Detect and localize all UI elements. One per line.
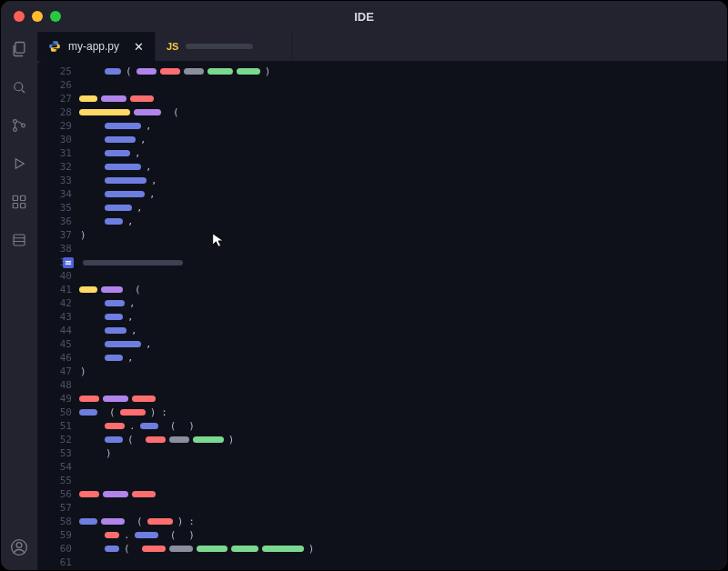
punct-token: ( [123,546,131,552]
code-line[interactable]: () [79,65,727,78]
code-line[interactable] [79,501,727,515]
punct-token: , [150,177,158,184]
punct-token: , [126,355,135,361]
line-number: 57 [37,501,72,515]
code-line[interactable]: .() [79,528,727,542]
code-token [79,286,97,293]
minimize-window-button[interactable] [32,11,43,22]
code-line[interactable] [79,255,727,269]
code-token [262,546,304,552]
code-token [132,491,156,497]
code-line[interactable]: ( [79,283,727,296]
code-line[interactable]: , [79,160,727,174]
titlebar[interactable]: IDE [1,1,727,32]
code-line[interactable]: , [79,201,727,215]
svg-rect-8 [21,204,25,208]
account-icon[interactable] [9,537,29,557]
window-title: IDE [1,10,727,24]
punct-token: ) [187,532,196,538]
code-line[interactable] [79,269,727,283]
code-line[interactable]: () [79,433,727,446]
run-debug-icon[interactable] [9,154,29,174]
code-token [140,423,158,429]
code-line[interactable] [79,242,727,255]
tab-label-placeholder [186,44,253,49]
code-line[interactable]: ) [79,228,727,242]
tab-js-file[interactable]: JS [156,32,292,61]
code-line[interactable] [79,392,727,406]
extensions-icon[interactable] [9,192,29,212]
code-line[interactable] [79,78,727,92]
code-line[interactable]: , [79,187,727,201]
code-line[interactable] [79,487,727,501]
punct-token: , [139,136,147,143]
code-line[interactable]: , [79,215,727,228]
code-line[interactable] [79,460,727,474]
code-line[interactable]: , [79,146,727,160]
code-token [207,68,233,75]
line-number: 54 [37,460,72,474]
svg-rect-9 [14,235,25,245]
line-change-badge[interactable] [63,257,74,268]
code-token [105,355,123,361]
code-line[interactable] [79,556,727,569]
maximize-window-button[interactable] [50,11,61,22]
code-token [184,68,204,75]
tab-my-app-py[interactable]: my-app.py ✕ [37,32,156,61]
code-line[interactable]: , [79,337,727,351]
code-line[interactable]: ( [79,105,727,119]
code-line[interactable]: ) [79,446,727,460]
line-number: 59 [37,528,72,542]
line-number: 28 [37,105,72,119]
svg-rect-6 [21,195,25,200]
code-line[interactable] [79,92,727,105]
code-line[interactable]: () [79,542,727,556]
line-number: 41 [37,283,72,296]
code-line[interactable]: , [79,174,727,187]
code-line[interactable]: ) [79,365,727,378]
close-window-button[interactable] [14,11,25,22]
line-number: 61 [37,556,72,569]
code-line[interactable] [79,378,727,392]
code-token [105,423,125,429]
code-token [105,341,141,347]
svg-point-1 [15,83,23,91]
code-line[interactable]: (): [79,515,727,528]
code-token [147,518,173,525]
close-tab-icon[interactable]: ✕ [134,41,144,53]
code-token [105,136,136,143]
code-token [231,546,258,552]
code-line[interactable] [79,474,727,487]
punct-token: ( [125,68,133,75]
db-icon[interactable] [9,230,29,250]
code-editor[interactable]: 2526272829303132333435363738394041424344… [37,61,727,570]
source-control-icon[interactable] [9,115,29,135]
punct-token: ( [169,423,177,429]
punct-token: ( [126,436,135,443]
code-line[interactable]: , [79,133,727,146]
code-token [79,409,97,416]
code-token [146,436,166,443]
files-icon[interactable] [9,39,29,59]
code-token [105,177,147,184]
code-area[interactable]: ()(,,,,,,,,)(,,,,,)():.()())():.()() [79,61,727,570]
punct-token: , [126,218,135,225]
line-number: 56 [37,487,72,501]
code-token [160,68,180,75]
punct-token: ) [105,450,113,456]
code-line[interactable]: , [79,351,727,365]
svg-rect-5 [13,195,17,200]
code-token [105,218,123,225]
code-line[interactable]: , [79,296,727,310]
code-line[interactable]: (): [79,406,727,419]
punct-token: . [123,532,131,538]
code-line[interactable]: , [79,324,727,337]
code-line[interactable]: , [79,119,727,133]
code-token [105,164,141,170]
search-icon[interactable] [9,77,29,97]
code-line[interactable]: , [79,310,727,324]
line-number: 31 [37,146,72,160]
code-line[interactable]: .() [79,419,727,433]
svg-rect-7 [13,204,17,208]
python-file-icon [48,40,61,53]
